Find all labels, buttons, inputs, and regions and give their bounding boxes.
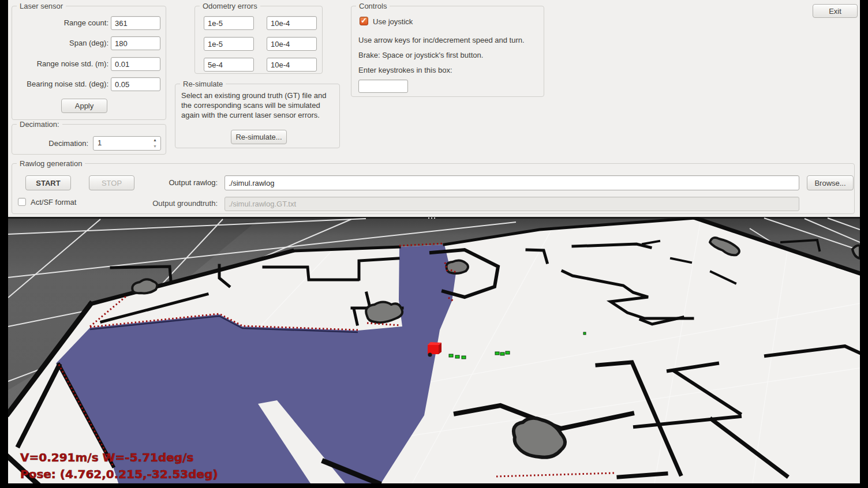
range-count-input[interactable] [111,16,160,30]
controls-group: Controls ✓ Use joystick Use arrow keys f… [351,6,544,97]
odometry-error-input-r3c2[interactable] [267,58,317,72]
output-rawlog-input[interactable] [225,175,799,190]
controls-title: Controls [356,2,390,10]
span-input[interactable] [111,36,160,50]
browse-button[interactable]: Browse... [807,175,854,190]
odometry-error-input-r3c1[interactable] [204,58,254,72]
chevron-up-icon[interactable]: ▲ [151,137,159,143]
exit-button[interactable]: Exit [813,4,858,18]
3d-viewport[interactable]: V=0.291m/s W=-5.71deg/s Pose: (4.762,0.2… [8,217,860,483]
output-groundtruth-input [225,197,799,211]
application-screen: Laser sensor Range count: Span (deg): Ra… [0,0,868,488]
resimulate-description: Select an existing ground truth (GT) fil… [181,91,336,120]
hud-velocity: V=0.291m/s W=-5.71deg/s [20,451,193,464]
controls-help-line1: Use arrow keys for inc/decrement speed a… [358,36,525,45]
decimation-stepper[interactable]: 1 ▲ ▼ [93,136,161,151]
decimation-title: Decimation: [17,120,62,129]
check-icon: ✓ [361,16,367,25]
start-button[interactable]: START [25,175,71,190]
apply-button[interactable]: Apply [61,99,107,113]
actsf-format-checkbox[interactable] [18,198,26,206]
bearing-noise-label: Bearing noise std. (deg): [14,80,108,89]
odometry-error-input-r2c2[interactable] [267,37,317,51]
output-groundtruth-label: Output groundtruth: [116,199,218,208]
range-noise-input[interactable] [111,57,160,71]
keystroke-input[interactable] [358,80,408,93]
chevron-down-icon[interactable]: ▼ [151,144,159,149]
odometry-errors-group: Odometry errors [194,6,323,74]
decimation-value: 1 [98,138,102,147]
use-joystick-checkbox[interactable]: ✓ [360,17,368,25]
output-rawlog-label: Output rawlog: [128,178,218,187]
span-label: Span (deg): [14,39,108,48]
laser-sensor-title: Laser sensor [17,2,66,10]
decimation-group: Decimation: Decimation: 1 ▲ ▼ [12,124,166,155]
range-noise-label: Range noise std. (m): [14,59,108,69]
decimation-label: Decimation: [13,139,88,148]
scene-canvas: V=0.291m/s W=-5.71deg/s Pose: (4.762,0.2… [8,217,860,483]
controls-help-line2: Brake: Space or joystick's first button. [358,51,483,60]
resimulate-group: Re-simulate Select an existing ground tr… [175,84,340,148]
range-count-label: Range count: [14,18,108,28]
odometry-errors-title: Odometry errors [200,2,260,10]
odometry-error-input-r2c1[interactable] [204,37,254,51]
controls-help-line3: Enter keystrokes in this box: [358,66,452,75]
rawlog-generation-group: Rawlog generation START STOP Output rawl… [12,163,855,214]
laser-sensor-group: Laser sensor Range count: Span (deg): Ra… [12,6,166,120]
resimulate-title: Re-simulate [180,80,226,88]
bearing-noise-input[interactable] [111,77,160,91]
obstacle-blob [446,260,468,273]
actsf-format-label: Act/SF format [31,198,76,207]
use-joystick-label: Use joystick [373,17,413,27]
hud-pose: Pose: (4.762,0.215,-32.53deg) [20,467,218,481]
splitter-handle-dots [428,217,435,219]
odometry-error-input-r1c1[interactable] [204,16,254,30]
simulator-window: Laser sensor Range count: Span (deg): Ra… [8,0,860,483]
robot-wheel [428,353,432,357]
decimation-spin-buttons[interactable]: ▲ ▼ [151,137,159,149]
rawlog-generation-title: Rawlog generation [17,159,85,168]
odometry-error-input-r1c2[interactable] [267,16,317,30]
resimulate-button[interactable]: Re-simulate... [231,130,287,144]
